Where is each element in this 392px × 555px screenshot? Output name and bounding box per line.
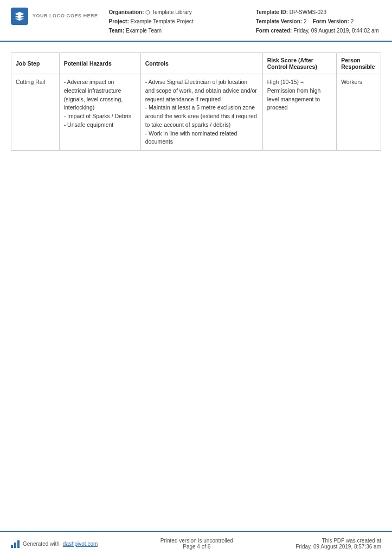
page-header: YOUR LOGO GOES HERE Organisation: ⬡ Temp… bbox=[0, 0, 392, 42]
form-created-value: Friday, 09 August 2019, 8:44:02 am bbox=[293, 28, 379, 34]
table-row: Cutting Rail - Adverse impact on electri… bbox=[11, 74, 381, 151]
footer-left: Generated with dashpivot.com bbox=[11, 539, 98, 548]
dashpivot-link[interactable]: dashpivot.com bbox=[63, 541, 98, 547]
cell-potential-hazards: - Adverse impact on electrical infrastru… bbox=[59, 74, 140, 151]
risk-table: Job Step Potential Hazards Controls Risk… bbox=[11, 53, 381, 151]
project-value: Example Template Project bbox=[131, 18, 194, 24]
header-col-right: Template ID: DP-SWMS-023 Template Versio… bbox=[256, 8, 381, 35]
cell-job-step: Cutting Rail bbox=[11, 74, 60, 151]
col-risk-score: Risk Score (After Control Measures) bbox=[262, 53, 336, 74]
template-id-value: DP-SWMS-023 bbox=[290, 9, 326, 15]
project-label: Project: bbox=[109, 18, 129, 24]
form-created-label: Form created: bbox=[256, 28, 292, 34]
col-potential-hazards: Potential Hazards bbox=[59, 53, 140, 74]
form-created-row: Form created: Friday, 09 August 2019, 8:… bbox=[256, 26, 381, 35]
organisation-label: Organisation: bbox=[109, 9, 144, 15]
organisation-value: ⬡ Template Library bbox=[145, 9, 192, 15]
generated-text: Generated with bbox=[23, 541, 60, 547]
footer-right: This PDF was created at Friday, 09 Augus… bbox=[295, 538, 381, 550]
team-value: Example Team bbox=[126, 28, 162, 34]
header-meta: Organisation: ⬡ Template Library Project… bbox=[109, 8, 381, 35]
cell-risk-score: High (10-15) = Permission from high leve… bbox=[262, 74, 336, 151]
cell-person-responsible: Workers bbox=[337, 74, 381, 151]
form-version-value: 2 bbox=[351, 18, 354, 24]
col-controls: Controls bbox=[140, 53, 262, 74]
main-content: Job Step Potential Hazards Controls Risk… bbox=[0, 42, 392, 151]
uncontrolled-text: Printed version is uncontrolled bbox=[160, 538, 233, 544]
project-row: Project: Example Template Project bbox=[109, 17, 234, 26]
page-footer: Generated with dashpivot.com Printed ver… bbox=[0, 531, 392, 555]
col-job-step: Job Step bbox=[11, 53, 60, 74]
header-col-left: Organisation: ⬡ Template Library Project… bbox=[109, 8, 234, 35]
logo-area: YOUR LOGO GOES HERE bbox=[11, 8, 98, 25]
footer-center: Printed version is uncontrolled Page 4 o… bbox=[160, 538, 233, 550]
table-header-row: Job Step Potential Hazards Controls Risk… bbox=[11, 53, 381, 74]
logo-icon bbox=[11, 8, 28, 25]
pdf-created-text: This PDF was created at bbox=[295, 538, 381, 544]
template-version-label: Template Version: bbox=[256, 18, 302, 24]
team-row: Team: Example Team bbox=[109, 26, 234, 35]
bar-chart-icon bbox=[11, 539, 20, 548]
template-id-label: Template ID: bbox=[256, 9, 288, 15]
template-id-row: Template ID: DP-SWMS-023 bbox=[256, 8, 381, 17]
logo-text: YOUR LOGO GOES HERE bbox=[33, 13, 98, 20]
page-number: Page 4 of 6 bbox=[160, 544, 233, 550]
form-version-label: Form Version: bbox=[313, 18, 349, 24]
team-label: Team: bbox=[109, 28, 125, 34]
organisation-row: Organisation: ⬡ Template Library bbox=[109, 8, 234, 17]
cell-controls: - Advise Signal Electrician of job locat… bbox=[140, 74, 262, 151]
pdf-created-date: Friday, 09 August 2019, 8:57:36 am bbox=[295, 544, 381, 550]
version-row: Template Version: 2 Form Version: 2 bbox=[256, 17, 381, 26]
template-version-value: 2 bbox=[304, 18, 307, 24]
col-person-responsible: Person Responsible bbox=[337, 53, 381, 74]
